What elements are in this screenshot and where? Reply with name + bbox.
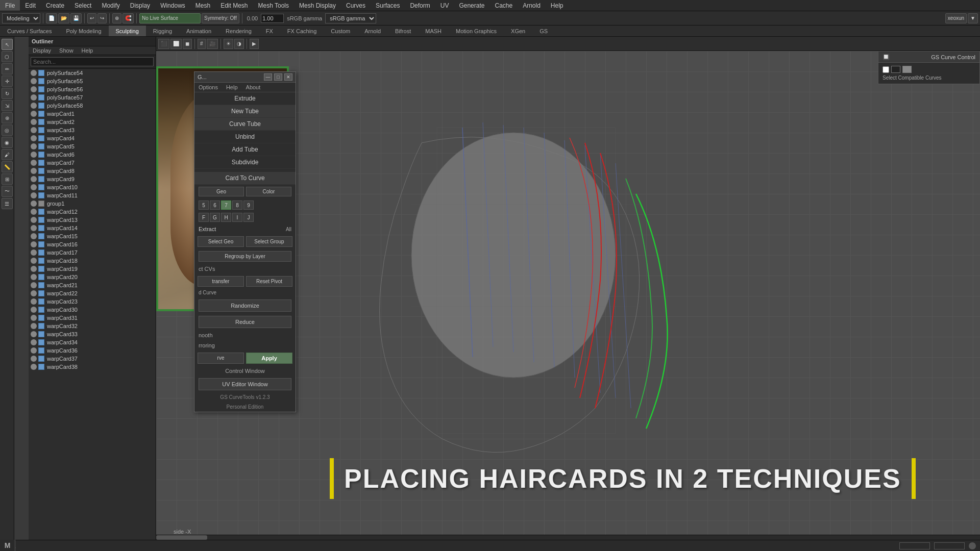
extrude-btn[interactable]: Extrude bbox=[194, 92, 296, 105]
menu-uv[interactable]: UV bbox=[435, 0, 454, 11]
menu-display[interactable]: Display bbox=[125, 0, 155, 11]
tab-rigging[interactable]: Rigging bbox=[146, 26, 179, 36]
card-to-curve-btn[interactable]: Card To Curve bbox=[194, 172, 296, 185]
outliner-item-warpCard12[interactable]: warpCard12 bbox=[29, 208, 156, 216]
visibility-icon[interactable] bbox=[31, 274, 37, 280]
vp-shading-btn[interactable]: ⬛ bbox=[158, 39, 169, 49]
visibility-icon[interactable] bbox=[31, 70, 37, 76]
outliner-item-warpCard7[interactable]: warpCard7 bbox=[29, 159, 156, 167]
outliner-item-polySurface56[interactable]: polySurface56 bbox=[29, 85, 156, 93]
outliner-item-warpCard31[interactable]: warpCard31 bbox=[29, 314, 156, 322]
open-btn[interactable]: 📂 bbox=[58, 13, 69, 23]
vp-wireframe-btn[interactable]: ⬜ bbox=[170, 39, 182, 49]
visibility-icon[interactable] bbox=[31, 347, 37, 354]
outliner-help[interactable]: Help bbox=[78, 46, 97, 55]
unbind-btn[interactable]: Unbind bbox=[194, 131, 296, 143]
select-geo-btn[interactable]: Select Geo bbox=[198, 236, 244, 247]
visibility-icon[interactable] bbox=[31, 127, 37, 133]
outliner-item-warpCard17[interactable]: warpCard17 bbox=[29, 248, 156, 257]
tab-gs[interactable]: GS bbox=[532, 26, 555, 36]
menu-mesh-tools[interactable]: Mesh Tools bbox=[253, 0, 294, 11]
visibility-icon[interactable] bbox=[31, 249, 37, 256]
outliner-item-warpCard23[interactable]: warpCard23 bbox=[29, 297, 156, 306]
outliner-item-warpCard21[interactable]: warpCard21 bbox=[29, 281, 156, 289]
scrollbar-thumb[interactable] bbox=[156, 535, 207, 540]
menu-mesh-display[interactable]: Mesh Display bbox=[294, 0, 341, 11]
num-8[interactable]: 8 bbox=[232, 201, 242, 210]
select-cvs-label[interactable]: ct CVs bbox=[199, 266, 215, 272]
visibility-icon[interactable] bbox=[31, 119, 37, 125]
gs-checkbox[interactable] bbox=[883, 66, 889, 73]
visibility-icon[interactable] bbox=[31, 315, 37, 321]
letter-g[interactable]: G bbox=[210, 213, 220, 222]
outliner-item-warpCard3[interactable]: warpCard3 bbox=[29, 126, 156, 134]
outliner-item-warpCard13[interactable]: warpCard13 bbox=[29, 216, 156, 224]
outliner-item-warpCard1[interactable]: warpCard1 bbox=[29, 110, 156, 118]
menu-deform[interactable]: Deform bbox=[405, 0, 435, 11]
symmetry-btn[interactable]: Symmetry: Off bbox=[202, 13, 239, 23]
layer-tool[interactable]: ☰ bbox=[2, 198, 13, 209]
gs-about-menu[interactable]: About bbox=[242, 83, 265, 92]
apply-btn[interactable]: Apply bbox=[246, 353, 292, 364]
undo-btn[interactable]: ↩ bbox=[87, 13, 96, 23]
visibility-icon[interactable] bbox=[31, 94, 37, 101]
add-curve-label[interactable]: d Curve bbox=[199, 290, 216, 295]
vp-lighting-btn[interactable]: ☀ bbox=[224, 39, 233, 49]
tab-mash[interactable]: MASH bbox=[418, 26, 449, 36]
extract-all-btn[interactable]: All bbox=[286, 227, 291, 232]
horizontal-scrollbar[interactable] bbox=[156, 535, 980, 540]
outliner-item-warpCard36[interactable]: warpCard36 bbox=[29, 346, 156, 355]
visibility-icon[interactable] bbox=[31, 307, 37, 313]
outliner-show[interactable]: Show bbox=[55, 46, 78, 55]
tab-arnold[interactable]: Arnold bbox=[357, 26, 388, 36]
menu-cache[interactable]: Cache bbox=[489, 0, 518, 11]
value-input[interactable] bbox=[261, 14, 284, 23]
search-input[interactable] bbox=[31, 57, 154, 66]
move-tool[interactable]: ✛ bbox=[2, 76, 13, 87]
outliner-item-warpCard16[interactable]: warpCard16 bbox=[29, 240, 156, 248]
select-tool[interactable]: ↖ bbox=[2, 39, 13, 50]
tab-fx-caching[interactable]: FX Caching bbox=[280, 26, 324, 36]
visibility-icon[interactable] bbox=[31, 233, 37, 239]
outliner-item-polySurface58[interactable]: polySurface58 bbox=[29, 102, 156, 110]
visibility-icon[interactable] bbox=[31, 331, 37, 337]
tab-poly-modeling[interactable]: Poly Modeling bbox=[59, 26, 108, 36]
letter-h[interactable]: H bbox=[221, 213, 231, 222]
gamma-dropdown[interactable]: sRGB gamma bbox=[325, 13, 376, 23]
outliner-item-warpCard33[interactable]: warpCard33 bbox=[29, 330, 156, 338]
visibility-icon[interactable] bbox=[31, 225, 37, 231]
curve-tool[interactable]: 〜 bbox=[2, 186, 13, 197]
visibility-icon[interactable] bbox=[31, 111, 37, 117]
menu-windows[interactable]: Windows bbox=[155, 0, 190, 11]
user-btn[interactable]: xeoxun bbox=[945, 13, 967, 23]
soft-select[interactable]: ◉ bbox=[2, 137, 13, 148]
menu-edit[interactable]: Edit bbox=[20, 0, 41, 11]
new-tube-btn[interactable]: New Tube bbox=[194, 105, 296, 118]
visibility-icon[interactable] bbox=[31, 201, 37, 207]
apply-curve-btn[interactable]: rve bbox=[198, 353, 244, 364]
visibility-icon[interactable] bbox=[31, 217, 37, 223]
outliner-item-polySurface57[interactable]: polySurface57 bbox=[29, 93, 156, 102]
uv-editor-btn[interactable]: UV Editor Window bbox=[199, 378, 291, 390]
tab-xgen[interactable]: XGen bbox=[504, 26, 532, 36]
grid-icon[interactable]: ⊞ bbox=[2, 173, 13, 185]
menu-arnold[interactable]: Arnold bbox=[518, 0, 546, 11]
tab-sculpting[interactable]: Sculpting bbox=[109, 26, 146, 36]
visibility-icon[interactable] bbox=[31, 339, 37, 345]
randomize-btn[interactable]: Randomize bbox=[199, 299, 291, 312]
control-window-row[interactable]: Control Window bbox=[194, 366, 296, 376]
num-5[interactable]: 5 bbox=[199, 201, 209, 210]
curve-tube-btn[interactable]: Curve Tube bbox=[194, 118, 296, 131]
visibility-icon[interactable] bbox=[31, 266, 37, 272]
num-7[interactable]: 7 bbox=[221, 201, 231, 210]
visibility-icon[interactable] bbox=[31, 192, 37, 198]
visibility-icon[interactable] bbox=[31, 135, 37, 141]
menu-modify[interactable]: Modify bbox=[96, 0, 125, 11]
measure-tool[interactable]: 📏 bbox=[2, 161, 13, 172]
transfer-btn[interactable]: transfer bbox=[198, 276, 244, 287]
smooth-label[interactable]: nooth bbox=[199, 332, 213, 338]
outliner-item-warpCard34[interactable]: warpCard34 bbox=[29, 338, 156, 346]
menu-curves[interactable]: Curves bbox=[341, 0, 371, 11]
outliner-item-warpCard2[interactable]: warpCard2 bbox=[29, 118, 156, 126]
mirroring-label[interactable]: rroring bbox=[199, 342, 215, 348]
